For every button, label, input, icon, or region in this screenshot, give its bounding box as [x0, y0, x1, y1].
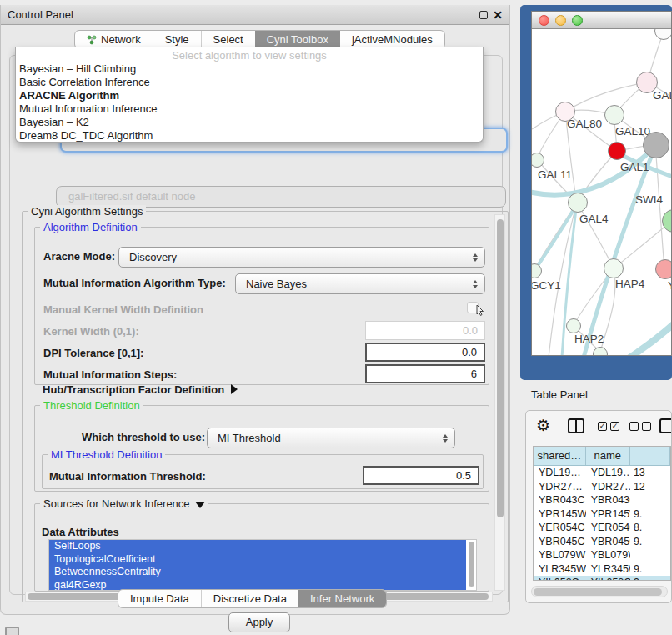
tab-cyni-toolbox[interactable]: Cyni Toolbox: [255, 31, 340, 48]
spinner-arrows-icon: [473, 280, 478, 288]
mi-steps-label: Mutual Information Steps:: [43, 368, 177, 381]
aracne-mode-combo[interactable]: Discovery: [118, 247, 485, 268]
table-hscrollbar[interactable]: [531, 586, 668, 598]
screen: Control Panel ✕ NetworkStyleSelectCyni T…: [0, 0, 672, 635]
hub-definition-label: Hub/Transcription Factor Definition: [43, 383, 224, 396]
table-cell: 9: [630, 576, 670, 581]
network-node-hap2[interactable]: [566, 318, 581, 333]
split-columns-icon[interactable]: [568, 418, 584, 433]
mi-steps-field[interactable]: 6: [365, 364, 485, 383]
tab-label: Cyni Toolbox: [267, 31, 328, 48]
attribute-list-item[interactable]: SelfLoops: [49, 540, 466, 553]
table-row[interactable]: YBR045CYBR045C9.: [534, 535, 670, 549]
dropdown-item[interactable]: Dream8 DC_TDC Algorithm: [16, 129, 483, 142]
table-cell: YPR145W: [534, 508, 586, 522]
table-column-header[interactable]: shared…: [534, 447, 586, 465]
aracne-mode-label: Aracne Mode:: [43, 250, 115, 262]
mouse-cursor: [476, 305, 484, 316]
gear-icon[interactable]: ⚙: [536, 417, 550, 435]
tab-select[interactable]: Select: [201, 31, 255, 48]
tab-network[interactable]: Network: [75, 31, 153, 48]
dropdown-item[interactable]: Bayesian – Hill Climbing: [16, 62, 483, 76]
data-attributes-label: Data Attributes: [42, 526, 119, 538]
tab-label: Network: [101, 31, 141, 48]
node-table[interactable]: shared…name YDL19…YDL19…13YDR27…YDR27…12…: [533, 446, 671, 581]
tab-style[interactable]: Style: [153, 31, 201, 48]
minimize-traffic-light-icon[interactable]: [555, 15, 566, 26]
table-row[interactable]: YER054CYER054C8.: [534, 521, 670, 535]
network-node-label: GAL4: [579, 212, 609, 225]
control-panel-title: Control Panel: [8, 5, 73, 25]
kernel-width-field[interactable]: 0.0: [365, 321, 485, 340]
network-graph-icon: [87, 35, 97, 45]
attr-list-scrollbar-thumb[interactable]: [469, 542, 474, 587]
attribute-list-item[interactable]: TopologicalCoefficient: [49, 553, 466, 567]
deselect-all-columns-icon[interactable]: [629, 422, 654, 434]
mi-type-label: Mutual Information Algorithm Type:: [43, 277, 226, 289]
hub-definition-toggle[interactable]: Hub/Transcription Factor Definition: [43, 383, 238, 396]
table-cell: [630, 548, 670, 562]
network-node-hap4[interactable]: [604, 258, 624, 278]
network-canvas[interactable]: GALGAL80GAL10GAL1GAL11GAL4SWI4GCY1HAP4YH…: [532, 29, 671, 355]
close-traffic-light-icon[interactable]: [539, 15, 549, 26]
float-window-icon[interactable]: [479, 11, 488, 19]
table-cell: 12: [630, 480, 670, 494]
network-node-label: GAL: [653, 89, 671, 102]
table-column-header[interactable]: [630, 447, 670, 465]
bottom-tab-impute-data[interactable]: Impute Data: [118, 590, 201, 608]
settings-vscrollbar[interactable]: [494, 214, 505, 591]
table-cell: YBL079W: [534, 548, 586, 562]
dpi-tolerance-field[interactable]: 0.0: [365, 342, 485, 362]
dropdown-item[interactable]: Bayesian – K2: [16, 116, 483, 129]
mi-threshold-field[interactable]: 0.5: [363, 466, 479, 485]
table-row[interactable]: YLR345WYLR345W9.: [534, 562, 670, 577]
dropdown-item[interactable]: ARACNE Algorithm: [16, 89, 483, 102]
select-all-columns-icon[interactable]: ✓✓: [598, 422, 623, 434]
bottom-tab-discretize-data[interactable]: Discretize Data: [201, 590, 298, 608]
manual-kernel-label: Manual Kernel Width Definition: [43, 303, 203, 316]
attribute-list-item[interactable]: BetweennessCentrality: [49, 566, 466, 579]
table-hscrollbar-thumb[interactable]: [534, 588, 662, 596]
corner-widget-icon[interactable]: [5, 627, 19, 635]
network-node-label: GAL80: [567, 118, 602, 130]
mi-type-value: Naive Bayes: [246, 278, 307, 290]
table-mode-icon[interactable]: [659, 418, 672, 433]
table-column-header[interactable]: name: [586, 447, 630, 465]
network-node-label: HAP4: [615, 278, 644, 290]
table-row[interactable]: YDR27…YDR27…12: [534, 480, 670, 494]
sources-legend[interactable]: Sources for Network Inference: [40, 498, 208, 510]
network-node-gal10[interactable]: [604, 105, 624, 125]
threshold-definition-legend: Threshold Definition: [40, 399, 143, 412]
tab-jactivemnodules[interactable]: jActiveMNodules: [340, 31, 444, 48]
settings-vscrollbar-thumb[interactable]: [497, 219, 504, 518]
network-node-gal1[interactable]: [608, 142, 626, 160]
network-node-label: GCY1: [532, 279, 561, 292]
network-node[interactable]: [643, 132, 669, 158]
zoom-traffic-light-icon[interactable]: [572, 15, 583, 26]
table-row[interactable]: YDL19…YDL19…13: [534, 466, 670, 480]
network-node-y[interactable]: [655, 259, 671, 279]
cyni-algorithm-settings-group: Cyni Algorithm Settings Algorithm Defini…: [22, 211, 509, 602]
table-cell: 9.: [630, 562, 670, 577]
dropdown-item[interactable]: Basic Correlation Inference: [16, 76, 483, 89]
table-cell: YPR145W: [586, 508, 630, 522]
unchecked-box-icon: [629, 422, 639, 431]
data-attributes-list[interactable]: SelfLoopsTopologicalCoefficientBetweenne…: [48, 539, 477, 591]
close-icon[interactable]: ✕: [493, 8, 503, 22]
table-row[interactable]: YIL052CYIL052C9: [534, 576, 670, 581]
network-node-label: SWI4: [635, 193, 663, 206]
table-row[interactable]: YBR043CYBR043C: [534, 493, 670, 508]
attr-list-scrollbar[interactable]: [467, 540, 476, 590]
tab-label: Infer Network: [310, 590, 374, 608]
table-cell: YER054C: [586, 521, 630, 535]
bottom-tab-infer-network[interactable]: Infer Network: [298, 590, 386, 608]
settings-legend: Cyni Algorithm Settings: [28, 205, 146, 218]
table-cell: 13: [630, 466, 670, 480]
dropdown-item[interactable]: Mutual Information Inference: [16, 102, 483, 116]
mi-type-combo[interactable]: Naive Bayes: [235, 273, 485, 294]
table-row[interactable]: YPR145WYPR145W9.: [534, 508, 670, 522]
which-threshold-combo[interactable]: MI Threshold: [207, 428, 455, 448]
table-row[interactable]: YBL079WYBL079W: [534, 548, 670, 562]
apply-button[interactable]: Apply: [228, 612, 290, 632]
network-node-gal4[interactable]: [568, 192, 588, 212]
